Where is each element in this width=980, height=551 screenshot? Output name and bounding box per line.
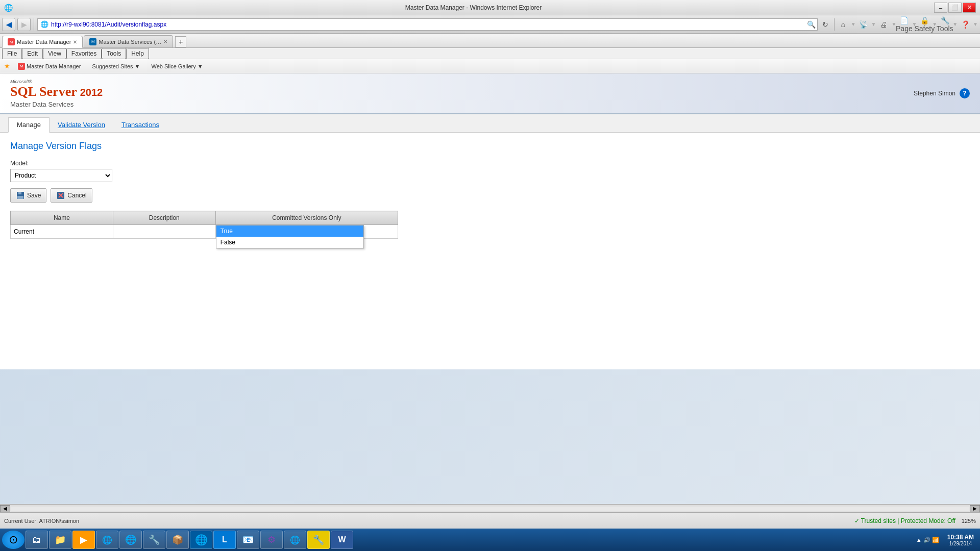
tools-button[interactable]: 🔧 Tools (939, 19, 950, 30)
suggested-sites-label: Suggested Sites ▼ (92, 63, 140, 69)
fav-web-slice-gallery[interactable]: Web Slice Gallery ▼ (148, 62, 206, 71)
cell-description (113, 225, 215, 239)
nav-tabs: Manage Validate Version Transactions (0, 114, 980, 133)
cancel-button[interactable]: Cancel (51, 188, 92, 203)
model-label: Model: (10, 160, 970, 167)
safety-button[interactable]: 🔒 Safety (919, 19, 930, 30)
menu-view[interactable]: View (43, 48, 66, 59)
tab-close-2[interactable]: ✕ (163, 39, 167, 44)
menu-favorites[interactable]: Favorites (66, 48, 102, 59)
tab-transactions[interactable]: Transactions (113, 117, 167, 132)
tab-manage[interactable]: Manage (8, 117, 50, 133)
browser-tabs: M Master Data Manager ✕ M Master Data Se… (0, 34, 980, 48)
window-controls: – ⬜ ✕ (934, 3, 976, 13)
address-input[interactable] (37, 18, 818, 31)
tab-favicon-2: M (89, 38, 96, 45)
help-menu-button[interactable]: ❓ (960, 19, 971, 30)
page-title: Manage Version Flags (10, 141, 970, 152)
favorites-bar: ★ M Master Data Manager Suggested Sites … (0, 59, 980, 73)
page-button[interactable]: 📄 Page (898, 19, 910, 30)
tab-label-2: Master Data Services (… (99, 39, 161, 45)
cancel-label: Cancel (67, 192, 86, 199)
menu-help[interactable]: Help (126, 48, 149, 59)
tab-master-data-services[interactable]: M Master Data Services (… ✕ (84, 35, 173, 47)
col-header-description: Description (113, 211, 215, 225)
minimize-button[interactable]: – (934, 3, 947, 13)
save-button[interactable]: Save (10, 188, 46, 203)
fav-mdm-icon: M (18, 63, 25, 70)
menu-bar: File Edit View Favorites Tools Help (0, 48, 980, 59)
ms-logo-text: Microsoft® SQL Server 2012 (10, 79, 103, 99)
microsoft-text: Microsoft® (10, 79, 103, 84)
year-text: 2012 (80, 87, 103, 98)
rss-button[interactable]: 📡 (858, 19, 869, 30)
address-bar: ◀ ▶ 🌐 🔍 ↻ ⌂ ▼ 📡 ▼ 🖨 ▼ 📄 Page ▼ 🔒 Safety … (0, 15, 980, 34)
header-right: Stephen Simon ? (914, 88, 970, 98)
forward-button[interactable]: ▶ (17, 18, 31, 31)
new-tab-button[interactable]: + (175, 36, 186, 47)
description-input[interactable] (113, 225, 215, 238)
page-content: Manage Version Flags Model: Product Save (0, 133, 980, 247)
mds-logo: Microsoft® SQL Server 2012 Master Data S… (10, 79, 103, 108)
grid-header-row: Name Description Committed Versions Only (11, 211, 398, 225)
table-row: True False (11, 225, 398, 239)
restore-button[interactable]: ⬜ (948, 3, 962, 13)
address-search-icon[interactable]: 🔍 (807, 20, 816, 29)
web-slice-label: Web Slice Gallery ▼ (151, 63, 203, 69)
model-select[interactable]: Product (10, 169, 112, 182)
fav-master-data-manager[interactable]: M Master Data Manager (14, 61, 84, 71)
sql-server-branding: SQL Server 2012 (10, 84, 103, 99)
col-header-committed: Committed Versions Only (215, 211, 398, 225)
main-content: Manage Validate Version Transactions Man… (0, 114, 980, 369)
col-header-name: Name (11, 211, 113, 225)
print-button[interactable]: 🖨 (878, 19, 889, 30)
sql-server-logo: Microsoft® SQL Server 2012 (10, 79, 103, 99)
ie-toolbar-right: ⌂ ▼ 📡 ▼ 🖨 ▼ 📄 Page ▼ 🔒 Safety ▼ 🔧 Tools … (838, 19, 978, 30)
tab-validate-version[interactable]: Validate Version (50, 117, 113, 132)
mds-subtitle: Master Data Services (10, 101, 103, 108)
favorites-star-icon: ★ (4, 62, 10, 70)
save-icon (16, 191, 25, 200)
fav-mdm-label: Master Data Manager (27, 63, 81, 69)
loading-icon: 🌐 (40, 20, 48, 28)
cell-name (11, 225, 113, 239)
action-toolbar: Save Cancel (10, 188, 970, 203)
name-input[interactable] (11, 225, 113, 238)
close-button[interactable]: ✕ (963, 3, 976, 13)
cancel-icon (56, 191, 65, 200)
help-button[interactable]: ? (960, 88, 970, 98)
tab-favicon-1: M (8, 38, 15, 45)
svg-rect-1 (18, 192, 21, 194)
svg-rect-2 (17, 196, 23, 199)
mds-header: Microsoft® SQL Server 2012 Master Data S… (0, 73, 980, 114)
save-label: Save (27, 192, 41, 199)
option-true[interactable]: True (216, 226, 363, 237)
tab-close-1[interactable]: ✕ (73, 39, 77, 45)
refresh-button[interactable]: ↻ (820, 19, 831, 30)
ie-logo-icon: 🌐 (4, 4, 13, 12)
version-flags-grid: Name Description Committed Versions Only (10, 211, 398, 239)
model-form-group: Model: Product (10, 160, 970, 182)
menu-file[interactable]: File (2, 48, 22, 59)
home-button[interactable]: ⌂ (838, 19, 849, 30)
option-false[interactable]: False (216, 237, 363, 248)
fav-suggested-sites[interactable]: Suggested Sites ▼ (88, 62, 143, 71)
sql-text: SQL Server (10, 84, 77, 99)
back-button[interactable]: ◀ (2, 18, 15, 31)
tab-label-1: Master Data Manager (17, 39, 71, 45)
menu-tools[interactable]: Tools (102, 48, 126, 59)
dropdown-list: True False (216, 225, 364, 248)
data-grid-container: Name Description Committed Versions Only (10, 211, 970, 239)
cell-committed[interactable]: True False (215, 225, 398, 239)
menu-edit[interactable]: Edit (22, 48, 43, 59)
title-bar: 🌐 Master Data Manager - Windows Internet… (0, 0, 980, 15)
user-name: Stephen Simon (914, 90, 955, 97)
tab-master-data-manager[interactable]: M Master Data Manager ✕ (2, 36, 83, 48)
window-title: Master Data Manager - Windows Internet E… (13, 4, 934, 11)
